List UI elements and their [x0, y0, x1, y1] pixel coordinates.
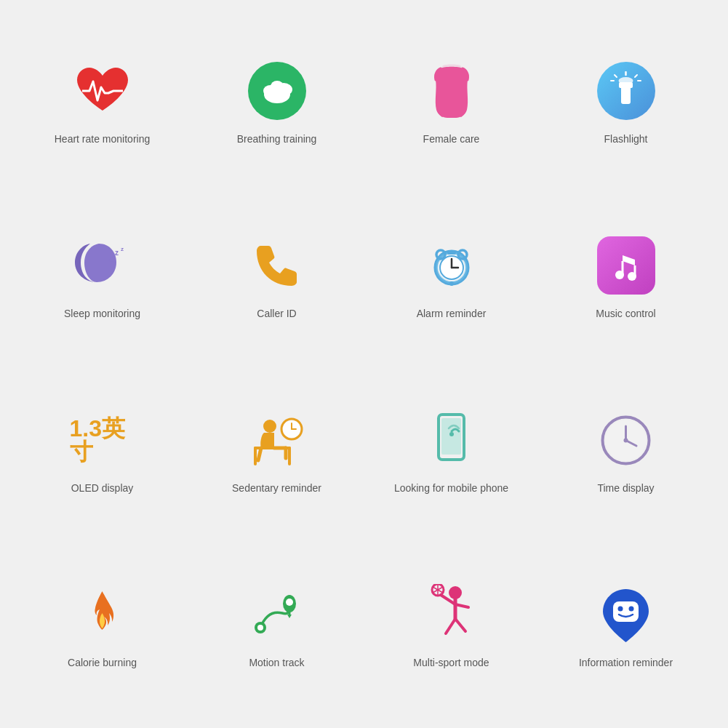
feature-heart-rate: Heart rate monitoring	[15, 15, 190, 190]
sleep-icon: Z z z	[70, 233, 135, 298]
heart-rate-label: Heart rate monitoring	[55, 132, 151, 145]
svg-point-50	[449, 586, 462, 599]
motion-icon	[244, 582, 310, 647]
breathing-label: Breathing training	[237, 132, 317, 145]
calorie-icon	[70, 582, 135, 647]
svg-text:z: z	[115, 249, 119, 257]
calorie-label: Calorie burning	[68, 656, 137, 669]
feature-breathing: Breathing training	[190, 15, 364, 190]
svg-rect-60	[613, 601, 639, 622]
flashlight-label: Flashlight	[604, 132, 648, 145]
svg-line-54	[446, 619, 455, 633]
feature-sleep: Z z z Sleep monitoring	[15, 190, 190, 364]
female-icon	[419, 58, 484, 124]
phone-find-icon	[419, 407, 484, 473]
alarm-label: Alarm reminder	[417, 307, 487, 320]
phone-find-label: Looking for mobile phone	[394, 481, 508, 495]
motion-label: Motion track	[249, 656, 304, 669]
svg-point-28	[628, 272, 636, 281]
svg-line-9	[635, 75, 637, 77]
caller-label: Caller ID	[257, 307, 296, 320]
feature-music: Music control	[539, 190, 713, 364]
feature-alarm: Alarm reminder	[364, 190, 539, 364]
svg-point-46	[257, 625, 263, 631]
svg-point-44	[624, 438, 628, 442]
svg-point-39	[449, 432, 454, 436]
feature-sedentary: Sedentary reminder	[190, 364, 364, 539]
svg-text:Z: Z	[108, 253, 114, 265]
heart-rate-icon	[70, 58, 135, 124]
svg-point-29	[263, 420, 276, 433]
svg-point-3	[271, 81, 284, 92]
info-label: Information reminder	[579, 656, 673, 669]
feature-female: Female care	[364, 15, 539, 190]
svg-line-53	[455, 604, 468, 607]
feature-flashlight: Flashlight	[539, 15, 713, 190]
svg-text:z: z	[121, 246, 124, 252]
female-label: Female care	[423, 132, 480, 145]
sedentary-label: Sedentary reminder	[232, 481, 321, 495]
flashlight-icon	[593, 58, 659, 124]
svg-point-24	[449, 281, 454, 286]
music-label: Music control	[596, 307, 655, 320]
svg-point-62	[629, 607, 634, 612]
oled-icon: 1.3英寸	[70, 407, 135, 473]
music-icon	[593, 233, 659, 298]
caller-icon	[244, 233, 310, 298]
sport-label: Multi-sport mode	[413, 656, 489, 669]
svg-point-61	[618, 607, 623, 612]
features-grid: Heart rate monitoring Breathing training	[15, 15, 713, 713]
svg-rect-21	[447, 251, 456, 255]
svg-point-48	[286, 599, 293, 606]
info-icon	[593, 582, 659, 647]
breathing-icon	[244, 58, 310, 124]
oled-label: OLED display	[71, 481, 134, 495]
svg-rect-4	[621, 86, 631, 104]
sport-icon	[419, 582, 484, 647]
svg-point-27	[615, 271, 624, 279]
feature-time: Time display	[539, 364, 713, 539]
time-icon	[593, 407, 659, 473]
feature-motion: Motion track	[190, 539, 364, 713]
sedentary-icon	[244, 407, 310, 473]
time-label: Time display	[597, 481, 654, 495]
svg-line-8	[615, 75, 617, 77]
feature-caller: Caller ID	[190, 190, 364, 364]
svg-line-55	[455, 619, 465, 631]
feature-calorie: Calorie burning	[15, 539, 190, 713]
svg-marker-49	[287, 615, 292, 618]
feature-phone-find: Looking for mobile phone	[364, 364, 539, 539]
alarm-icon	[419, 233, 484, 298]
feature-info: Information reminder	[539, 539, 713, 713]
feature-sport: Multi-sport mode	[364, 539, 539, 713]
feature-oled: 1.3英寸 OLED display	[15, 364, 190, 539]
svg-point-6	[619, 77, 633, 84]
svg-rect-38	[441, 418, 461, 455]
sleep-label: Sleep monitoring	[64, 307, 140, 320]
